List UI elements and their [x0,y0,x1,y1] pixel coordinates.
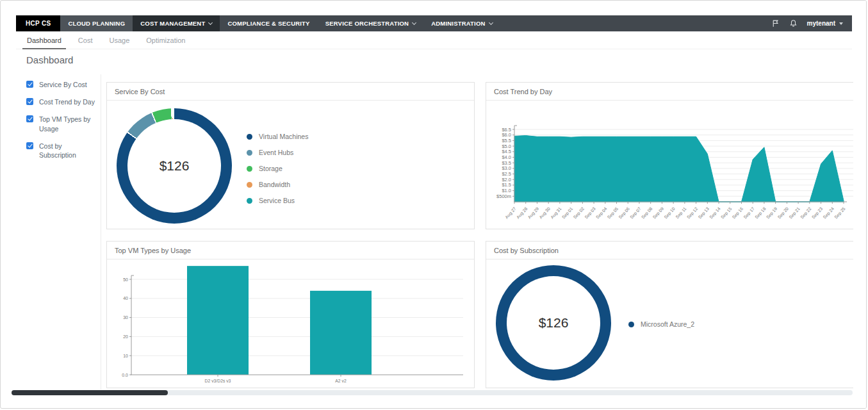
svg-text:Sep 24: Sep 24 [822,206,835,220]
nav-item-cloud-planning[interactable]: CLOUD PLANNING [60,15,133,31]
svg-text:$5.0: $5.0 [502,144,511,149]
svg-text:Sep 17: Sep 17 [742,206,756,220]
tab-dashboard[interactable]: Dashboard [19,32,70,49]
svg-text:Sep 22: Sep 22 [799,206,813,220]
svg-text:$2.0: $2.0 [502,177,511,183]
nav-right: mytenant [771,15,852,31]
tab-optimization[interactable]: Optimization [138,32,193,49]
checkbox[interactable] [26,115,33,122]
brand-logo[interactable]: HCP CS [16,15,60,31]
horizontal-scrollbar-track[interactable] [12,390,853,395]
flag-icon[interactable] [771,19,780,28]
svg-text:Sep 14: Sep 14 [708,206,722,220]
svg-text:Sep 21: Sep 21 [788,206,801,220]
legend-dot [628,322,634,327]
panel-cost-by-subscription: Cost by Subscription $126 Microsoft Azur… [486,241,856,388]
tenant-menu[interactable]: mytenant [807,20,843,27]
legend-item-bandwidth[interactable]: Bandwidth [247,181,308,188]
svg-text:$1.0: $1.0 [502,188,511,193]
panel-title: Cost Trend by Day [494,88,552,95]
legend-label: Microsoft Azure_2 [641,320,694,328]
legend-label: Virtual Machines [259,133,308,140]
legend-item-event-hubs[interactable]: Event Hubs [247,149,308,156]
svg-text:Sep 23: Sep 23 [811,206,824,220]
svg-text:Sep 19: Sep 19 [766,206,779,220]
svg-text:D2 v3/D2s v3: D2 v3/D2s v3 [205,379,231,383]
nav-item-cost-management[interactable]: COST MANAGEMENT [133,15,220,31]
service-by-cost-legend: Virtual MachinesEvent HubsStorageBandwid… [247,133,308,204]
legend-item-virtual-machines[interactable]: Virtual Machines [247,133,308,140]
chevron-down-icon [489,20,493,24]
panel-cost-trend-by-day: Cost Trend by Day $500m$1.0$1.5$2.0$2.5$… [486,82,856,229]
svg-text:$3.0: $3.0 [502,165,511,171]
legend-dot [247,182,252,188]
svg-text:$4.0: $4.0 [502,154,511,160]
horizontal-scrollbar-thumb[interactable] [12,390,168,395]
nav-item-administration[interactable]: ADMINISTRATION [423,15,500,31]
bar-chart-vm-usage: 0.01020304050D2 v3/D2s v3A2 v2 [107,259,474,388]
svg-text:Aug 27: Aug 27 [504,206,518,220]
area-chart-cost-trend: $500m$1.0$1.5$2.0$2.5$3.0$3.5$4.0$4.5$5.… [486,101,855,229]
nav-item-compliance-security[interactable]: COMPLIANCE & SECURITY [220,15,317,31]
panel-body: $500m$1.0$1.5$2.0$2.5$3.0$3.5$4.0$4.5$5.… [486,101,855,229]
bar-a2-v2[interactable] [310,291,372,375]
sidebar-item-cost-by-subscription: Cost by Subscription [26,142,98,160]
panel-title: Top VM Types by Usage [115,247,191,254]
svg-text:Aug 30: Aug 30 [538,206,552,220]
svg-text:Sep 15: Sep 15 [720,206,733,220]
legend-dot [247,198,252,204]
legend-dot [247,166,252,172]
svg-text:Sep 05: Sep 05 [607,206,620,220]
svg-text:Aug 31: Aug 31 [550,206,563,220]
legend-item-service-bus[interactable]: Service Bus [247,197,308,204]
donut-chart-cost-by-subscription[interactable]: $126 [496,265,611,381]
svg-text:$4.5: $4.5 [502,149,511,154]
top-navbar: HCP CS CLOUD PLANNINGCOST MANAGEMENTCOMP… [16,15,852,31]
nav-items: CLOUD PLANNINGCOST MANAGEMENTCOMPLIANCE … [60,15,500,31]
app-window: HCP CS CLOUD PLANNINGCOST MANAGEMENTCOMP… [0,0,867,409]
tab-usage[interactable]: Usage [101,32,138,49]
legend-label: Service Bus [259,197,295,204]
checkbox[interactable] [26,81,33,88]
donut-center-value: $126 [117,158,232,174]
panel-header: Service By Cost [107,83,474,101]
panel-body: 0.01020304050D2 v3/D2s v3A2 v2 [107,259,474,388]
panel-body: $126 Virtual MachinesEvent HubsStorageBa… [107,101,474,229]
svg-text:Sep 04: Sep 04 [595,206,609,220]
svg-text:$500m: $500m [496,193,511,199]
svg-text:$6.5: $6.5 [502,127,511,133]
svg-text:Sep 20: Sep 20 [777,206,790,220]
svg-text:0.0: 0.0 [122,373,128,377]
checkbox[interactable] [26,142,33,149]
nav-item-service-orchestration[interactable]: SERVICE ORCHESTRATION [318,15,424,31]
sidebar-item-service-by-cost: Service By Cost [26,80,98,89]
checkbox[interactable] [26,98,33,105]
panel-title: Cost by Subscription [494,247,559,254]
svg-text:A2 v2: A2 v2 [335,379,347,383]
panel-header: Cost by Subscription [486,242,855,259]
donut-chart-service-by-cost[interactable]: $126 [117,108,232,224]
bell-icon[interactable] [789,19,798,28]
nav-item-label: CLOUD PLANNING [68,20,125,27]
svg-text:Sep 06: Sep 06 [618,206,631,220]
svg-text:Sep 25: Sep 25 [833,206,847,220]
svg-text:Aug 29: Aug 29 [527,206,541,220]
bar-d2-v3-d2s-v3[interactable] [187,266,249,375]
svg-text:$6.0: $6.0 [502,132,511,138]
svg-text:50: 50 [123,277,128,282]
right-margin [853,1,867,409]
legend-item-storage[interactable]: Storage [247,165,308,172]
panel-service-by-cost: Service By Cost $126 Virtual MachinesEve… [106,82,475,229]
tab-cost[interactable]: Cost [70,32,101,49]
svg-text:Sep 02: Sep 02 [572,206,585,220]
svg-text:$5.5: $5.5 [502,138,511,144]
svg-text:Sep 16: Sep 16 [732,206,745,220]
svg-text:40: 40 [123,296,128,300]
svg-text:Sep 10: Sep 10 [663,206,676,220]
nav-item-label: COST MANAGEMENT [140,20,205,27]
panel-top-vm-types: Top VM Types by Usage 0.01020304050D2 v3… [106,241,475,388]
page-title: Dashboard [26,54,73,65]
legend-item-microsoft-azure-2[interactable]: Microsoft Azure_2 [628,320,694,328]
svg-text:Sep 18: Sep 18 [754,206,767,220]
svg-text:Sep 12: Sep 12 [686,206,700,220]
